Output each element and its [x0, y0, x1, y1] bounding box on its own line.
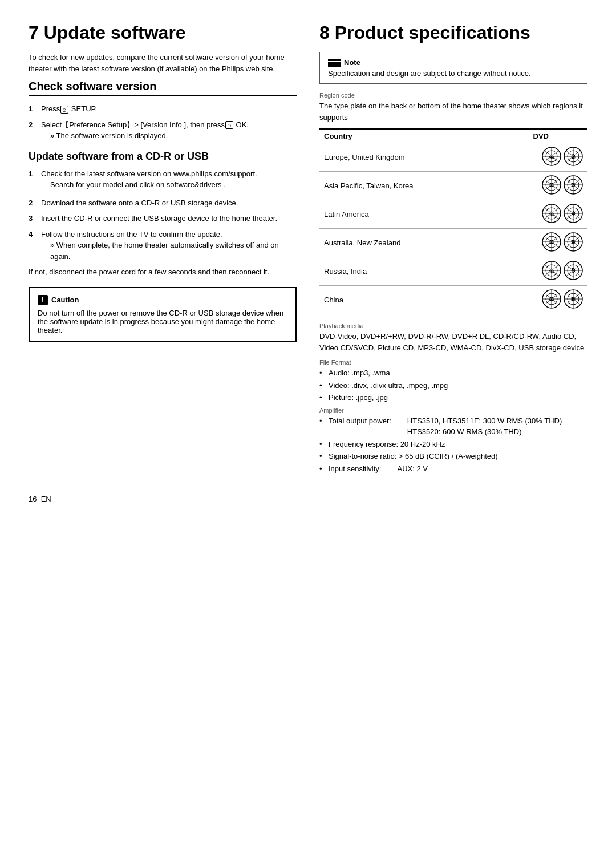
dvd-icon: 3 — [564, 175, 583, 195]
update-usb-steps: 1 Check for the latest software version … — [29, 168, 297, 262]
list-item: Picture: .jpeg, .jpg — [319, 392, 587, 403]
note-label: Note — [344, 58, 360, 67]
region-table: Country DVD Europe, United Kingdom ALL — [319, 128, 587, 314]
caution-icon: ! — [38, 295, 48, 305]
playback-media-text: DVD-Video, DVD+R/+RW, DVD-R/-RW, DVD+R D… — [319, 331, 587, 353]
dvd-cell: ALL 3 — [495, 172, 587, 200]
dvd-cell: ALL 2 — [495, 143, 587, 172]
usb-step-3: 3 Insert the CD-R or connect the USB sto… — [29, 213, 297, 224]
usb-step-2: 2 Download the software onto a CD-R or U… — [29, 197, 297, 209]
usb-step-1: 1 Check for the latest software version … — [29, 168, 297, 193]
note-bar-icon — [328, 59, 341, 67]
country-cell: China — [319, 286, 495, 314]
country-cell: Europe, United Kingdom — [319, 143, 495, 172]
table-row: China ALL 6 — [319, 286, 587, 314]
dvd-icon: ALL — [542, 175, 561, 195]
dvd-cell: ALL 6 — [495, 286, 587, 314]
list-item: Audio: .mp3, .wma — [319, 367, 587, 379]
table-row: Asia Pacific, Taiwan, Korea ALL 3 — [319, 172, 587, 200]
country-cell: Latin America — [319, 200, 495, 229]
section7-title: 7 Update software — [29, 23, 297, 43]
dvd-icon: 4 — [564, 232, 583, 252]
step-2-sub: The software version is displayed. — [41, 130, 297, 142]
dvd-icon: ALL — [542, 289, 561, 309]
country-cell: Russia, India — [319, 257, 495, 286]
country-cell: Asia Pacific, Taiwan, Korea — [319, 172, 495, 200]
right-column: 8 Product specifications Note Specificat… — [319, 23, 587, 478]
table-row: Russia, India ALL 5 — [319, 257, 587, 286]
update-usb-title: Update software from a CD-R or USB — [29, 151, 297, 163]
dvd-icon: ALL — [542, 204, 561, 223]
section8-title: 8 Product specifications — [319, 23, 587, 43]
usb-step-4-sub: When complete, the home theater automati… — [41, 240, 297, 262]
note-header: Note — [328, 58, 579, 67]
svg-text:ALL: ALL — [548, 241, 555, 245]
caution-text: Do not turn off the power or remove the … — [38, 309, 287, 334]
usb-step-4: 4 Follow the instructions on the TV to c… — [29, 229, 297, 262]
note-box: Note Specification and design are subjec… — [319, 52, 587, 84]
svg-text:ALL: ALL — [548, 156, 555, 159]
amplifier-list: Total output power:HTS3510, HTS3511E: 30… — [319, 415, 587, 475]
dvd-icon: 5 — [564, 261, 583, 280]
dvd-cell: ALL 4 — [495, 229, 587, 257]
list-item: Input sensitivity:AUX: 2 V — [319, 463, 587, 475]
list-item: Video: .divx, .divx ultra, .mpeg, .mpg — [319, 380, 587, 391]
step-1: 1 Press⊙ SETUP. — [29, 103, 297, 115]
footer-lang: EN — [41, 495, 51, 503]
dvd-icon: ALL — [542, 232, 561, 252]
dvd-icon: 2 — [564, 147, 583, 166]
page-layout: 7 Update software To check for new updat… — [29, 23, 587, 478]
dvd-icon: 4 — [564, 204, 583, 223]
svg-text:5: 5 — [572, 268, 575, 274]
region-code-desc: The type plate on the back or bottom of … — [319, 100, 587, 123]
table-row: Australia, New Zealand ALL 4 — [319, 229, 587, 257]
check-version-title: Check software version — [29, 80, 297, 96]
page-footer: 16 EN — [29, 495, 587, 503]
list-item: Total output power:HTS3510, HTS3511E: 30… — [319, 415, 587, 438]
usb-step-1-indent: Search for your model and click on softw… — [41, 179, 297, 191]
list-item: Signal-to-noise ratio: > 65 dB (CCIR) / … — [319, 451, 587, 462]
check-version-steps: 1 Press⊙ SETUP. 2 Select【Preference Setu… — [29, 103, 297, 142]
dvd-icon: 6 — [564, 289, 583, 309]
amplifier-label: Amplifier — [319, 407, 587, 414]
svg-text:ALL: ALL — [548, 213, 555, 216]
dvd-cell: ALL 4 — [495, 200, 587, 229]
svg-text:3: 3 — [572, 182, 575, 188]
dvd-cell: ALL 5 — [495, 257, 587, 286]
svg-text:4: 4 — [572, 211, 575, 217]
dvd-icon: ALL — [542, 147, 561, 166]
svg-text:2: 2 — [572, 153, 575, 160]
caution-box: ! Caution Do not turn off the power or r… — [29, 287, 297, 342]
file-format-label: File Format — [319, 359, 587, 366]
section7-intro: To check for new updates, compare the cu… — [29, 52, 297, 74]
table-row: Europe, United Kingdom ALL 2 — [319, 143, 587, 172]
left-column: 7 Update software To check for new updat… — [29, 23, 297, 478]
footer-page: 16 — [29, 495, 37, 503]
region-code-label: Region code — [319, 92, 587, 99]
col-country: Country — [319, 129, 495, 143]
svg-text:6: 6 — [572, 296, 575, 302]
table-row: Latin America ALL 4 — [319, 200, 587, 229]
dvd-icon: ALL — [542, 261, 561, 280]
note-text: Specification and design are subject to … — [328, 69, 579, 78]
setup-icon: ⊙ — [60, 106, 68, 114]
svg-text:ALL: ALL — [548, 270, 555, 273]
step-2: 2 Select【Preference Setup】> [Version Inf… — [29, 119, 297, 142]
svg-text:ALL: ALL — [548, 184, 555, 188]
caution-label: Caution — [51, 296, 79, 304]
svg-text:ALL: ALL — [548, 298, 555, 302]
svg-text:4: 4 — [572, 239, 575, 245]
caution-header: ! Caution — [38, 295, 287, 305]
playback-media-label: Playback media — [319, 322, 587, 329]
country-cell: Australia, New Zealand — [319, 229, 495, 257]
col-dvd: DVD — [495, 129, 587, 143]
list-item: Frequency response: 20 Hz-20 kHz — [319, 439, 587, 450]
after-steps-text: If not, disconnect the power cord for a … — [29, 266, 297, 278]
file-format-list: Audio: .mp3, .wmaVideo: .divx, .divx ult… — [319, 367, 587, 403]
ok-icon: ⊙ — [225, 121, 233, 129]
